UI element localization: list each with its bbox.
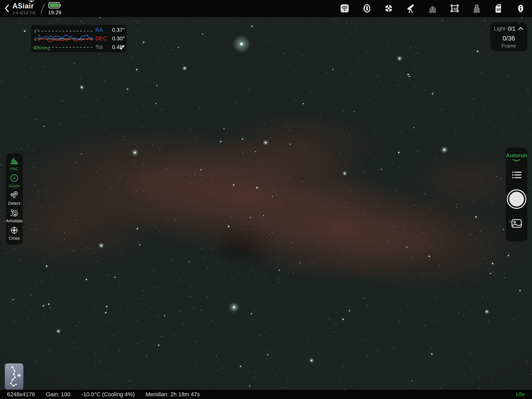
logo-text-air: air <box>25 2 34 10</box>
sd-storage-button[interactable]: SD <box>493 3 504 14</box>
tool-histogram[interactable]: Hist. <box>10 157 19 171</box>
efw-label: EFW <box>427 10 438 14</box>
crosshair-icon <box>10 226 19 235</box>
caa-label: CAA <box>471 10 482 14</box>
ytick-plus2: 2 ″ <box>34 29 39 33</box>
rotator-button[interactable]: CAA <box>471 3 482 14</box>
tot-label: Tot <box>95 44 103 50</box>
battery-icon <box>48 2 61 9</box>
guide-scope-button[interactable] <box>383 3 394 14</box>
gallery-icon <box>511 225 522 229</box>
status-bar: 6248x4176 Gain: 100 -10.0°C (Cooling 4%)… <box>0 390 532 399</box>
logo-text-asi: ASi <box>13 2 25 10</box>
info-icon <box>515 3 526 14</box>
battery-status: 19:29 <box>48 2 61 15</box>
device-toolbar: EFW EAF CAA SD <box>339 3 532 14</box>
sequence-list-button[interactable] <box>512 171 522 180</box>
guiding-panel[interactable]: 2 ″ 0 ″ -2 ″ RA0.37″ DEC0.30″ Tot0.48″ G… <box>31 25 127 52</box>
tool-annotate-label: Annotate <box>6 219 23 224</box>
divider-slash <box>40 4 45 14</box>
histogram-icon <box>10 157 18 166</box>
constellation-preview <box>5 363 23 390</box>
chevron-down-icon <box>512 159 521 163</box>
frame-type-label: Light <box>494 26 506 32</box>
eaf-label: EAF <box>449 7 460 11</box>
sd-label: SD <box>493 8 504 12</box>
right-capture-rail: Autorun <box>506 148 527 242</box>
sequence-progress: 0/1 <box>508 26 515 32</box>
app-version: 2.4.4(12.73) <box>13 11 36 15</box>
list-icon <box>512 177 522 180</box>
filter-wheel-button[interactable]: EFW <box>427 3 438 14</box>
ra-value: 0.37″ <box>112 27 125 33</box>
gain-readout: Gain: 100 <box>46 391 70 398</box>
tool-crosshair[interactable]: Cross <box>9 226 20 241</box>
detect-stars-icon <box>10 191 19 200</box>
annotate-galaxy-icon <box>10 209 19 218</box>
telescope-icon <box>405 3 416 14</box>
back-button[interactable] <box>0 4 11 13</box>
starfield-canvas <box>0 17 532 390</box>
ra-label: RA <box>95 27 103 33</box>
sky-atlas-thumbnail[interactable] <box>5 363 23 390</box>
tool-guide[interactable]: Guide <box>9 174 20 189</box>
chevron-up-icon[interactable] <box>518 27 524 31</box>
wifi-icon <box>339 3 350 14</box>
frame-count: 0/36 <box>490 35 527 42</box>
camera-state-badge: Idle <box>516 391 525 398</box>
top-toolbar: ASiair 2.4.4(12.73) 19:29 <box>0 0 532 17</box>
tool-detect[interactable]: Detect <box>8 191 20 206</box>
capture-mode-button[interactable]: Autorun <box>506 152 527 163</box>
shutter-button[interactable] <box>507 189 526 209</box>
tool-guide-label: Guide <box>9 184 20 189</box>
wifi-waves-icon <box>28 0 35 3</box>
app-logo: ASiair 2.4.4(12.73) <box>13 3 36 15</box>
tool-histogram-label: Hist. <box>10 166 19 171</box>
sequence-panel[interactable]: Light 0/1 0/36 Frame <box>490 22 527 51</box>
clock-time: 19:29 <box>48 10 61 15</box>
guiding-status-label: Guiding <box>34 45 50 51</box>
guide-icon <box>10 174 19 183</box>
ytick-zero: 0 ″ <box>34 37 39 41</box>
info-button[interactable] <box>515 3 526 14</box>
tool-annotate[interactable]: Annotate <box>6 209 23 224</box>
resolution-readout: 6248x4176 <box>7 391 35 398</box>
capture-mode-label: Autorun <box>506 152 527 159</box>
meridian-readout: Meridian: 2h 18m 47s <box>146 391 200 398</box>
image-viewport[interactable] <box>0 17 532 390</box>
focuser-button[interactable]: EAF <box>449 3 460 14</box>
expand-arrows-icon <box>120 48 125 51</box>
wifi-settings-button[interactable] <box>339 3 350 14</box>
temperature-readout: -10.0°C (Cooling 4%) <box>81 391 134 398</box>
tool-detect-label: Detect <box>8 201 20 206</box>
shutter-inner-circle <box>509 192 524 206</box>
dec-label: DEC <box>95 35 107 42</box>
main-camera-button[interactable] <box>361 3 372 14</box>
left-tool-rail: Hist. Guide Detect Annotate Cross <box>6 154 23 245</box>
tool-crosshair-label: Cross <box>9 236 20 241</box>
guide-crosshair-icon <box>383 3 394 14</box>
telescope-mount-button[interactable] <box>405 3 416 14</box>
chevron-left-icon <box>4 4 9 13</box>
frame-count-label: Frame <box>490 43 527 49</box>
gallery-button[interactable] <box>511 219 522 229</box>
main-camera-icon <box>361 3 372 14</box>
dec-value: 0.30″ <box>112 35 125 42</box>
expand-guiding-button[interactable] <box>120 45 125 51</box>
